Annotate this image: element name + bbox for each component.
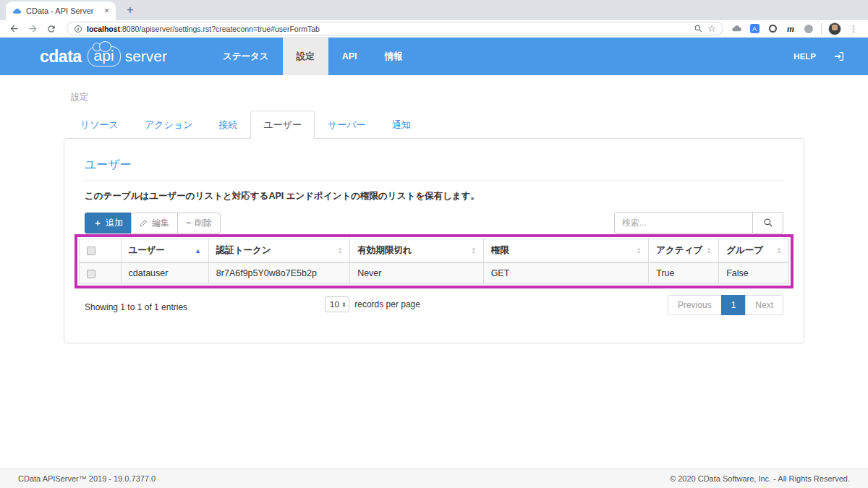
navbar-menu: ステータス 設定 API 情報 <box>209 38 417 75</box>
table-header-row: ユーザー▲ 認証トークン▲▼ 有効期限切れ▲▼ 権限▲▼ アクティブ▲▼ グルー… <box>80 239 789 263</box>
column-header-privileges[interactable]: 権限▲▼ <box>483 239 649 263</box>
pagination: Previous 1 Next <box>668 295 783 315</box>
minus-icon: − <box>186 218 191 228</box>
column-header-authtoken[interactable]: 認証トークン▲▼ <box>208 239 349 263</box>
tab-server[interactable]: サーバー <box>315 111 379 139</box>
column-header-active[interactable]: アクティブ▲▼ <box>649 239 719 263</box>
row-checkbox-cell[interactable] <box>80 262 122 284</box>
footer-version-text: CData APIServer™ 2019 - 19.0.7377.0 <box>18 474 156 483</box>
search-group <box>614 212 783 234</box>
row-checkbox[interactable] <box>87 270 95 278</box>
select-all-checkbox[interactable] <box>87 247 95 255</box>
panel-title: ユーザー <box>85 158 783 173</box>
highlight-annotation-box: ユーザー▲ 認証トークン▲▼ 有効期限切れ▲▼ 権限▲▼ アクティブ▲▼ グルー… <box>75 234 793 288</box>
select-all-cell[interactable] <box>80 239 122 263</box>
nav-item-api[interactable]: API <box>328 38 371 75</box>
tab-close-icon[interactable]: × <box>104 7 109 15</box>
toolbar-divider <box>821 23 822 34</box>
navbar-right: HELP <box>793 38 845 75</box>
search-button[interactable] <box>753 212 783 234</box>
logout-icon[interactable] <box>833 51 845 62</box>
search-input[interactable] <box>614 212 753 234</box>
panel-description: このテーブルはユーザーのリストと対応するAPI エンドポイントの権限のリストを保… <box>85 190 783 202</box>
browser-tab-title: CData - API Server <box>26 7 100 15</box>
new-tab-button[interactable]: + <box>122 1 139 19</box>
back-icon[interactable] <box>6 22 22 36</box>
cell-active: True <box>649 262 719 284</box>
tab-resources[interactable]: リソース <box>67 111 132 139</box>
breadcrumb: 設定 <box>71 91 804 103</box>
m-extension-icon[interactable]: m <box>785 23 796 35</box>
cloud-extension-icon[interactable] <box>731 23 742 35</box>
column-header-expired[interactable]: 有効期限切れ▲▼ <box>350 239 484 263</box>
settings-tabs: リソース アクション 接続 ユーザー サーバー 通知 <box>67 111 804 139</box>
o-extension-icon[interactable] <box>767 23 778 35</box>
app-navbar: cdata api server ステータス 設定 API 情報 HELP <box>0 38 868 75</box>
column-header-user[interactable]: ユーザー▲ <box>121 239 208 263</box>
brand-server-text: server <box>125 48 167 65</box>
cell-expired: Never <box>350 262 484 284</box>
title-divider <box>85 180 783 181</box>
tab-connections[interactable]: 接続 <box>205 111 250 139</box>
sort-icon: ▲▼ <box>707 247 711 254</box>
sort-icon: ▲▼ <box>637 247 641 254</box>
help-link[interactable]: HELP <box>793 52 816 61</box>
forward-icon[interactable] <box>25 22 41 36</box>
url-text: localhost:8080/apiserver/settings.rst?cr… <box>87 25 689 33</box>
page-1-button[interactable]: 1 <box>721 295 746 315</box>
sort-icon: ▲▼ <box>338 247 342 254</box>
table-footer: Showing 1 to 1 of 1 entries 10 ▲▼ record… <box>85 295 783 321</box>
page-content: 設定 リソース アクション 接続 ユーザー サーバー 通知 ユーザー このテーブ… <box>64 91 804 343</box>
translate-extension-icon[interactable]: A <box>749 23 760 35</box>
cell-authtoken: 8r7A6f9p5Y0w8o7E5b2p <box>208 262 349 284</box>
edit-button[interactable]: 編集 <box>131 213 178 234</box>
users-panel: ユーザー このテーブルはユーザーのリストと対応するAPI エンドポイントの権限の… <box>64 138 804 343</box>
plus-icon: ＋ <box>93 217 102 229</box>
profile-avatar[interactable] <box>828 22 841 35</box>
edit-pencil-icon <box>140 218 148 227</box>
cloud-favicon-icon <box>12 7 22 16</box>
brand-cdata-text: cdata <box>40 47 82 67</box>
records-per-page-label: records per page <box>354 299 420 309</box>
showing-entries-text: Showing 1 to 1 of 1 entries <box>85 302 187 312</box>
bookmark-star-icon[interactable]: ☆ <box>707 23 716 34</box>
users-table: ユーザー▲ 認証トークン▲▼ 有効期限切れ▲▼ 権限▲▼ アクティブ▲▼ グルー… <box>79 239 789 284</box>
brand-api-cloud: api <box>88 46 121 67</box>
zoom-indicator-icon[interactable] <box>694 24 703 33</box>
tab-notifications[interactable]: 通知 <box>379 111 424 139</box>
search-icon <box>763 218 773 228</box>
app-footer: CData APIServer™ 2019 - 19.0.7377.0 © 20… <box>0 468 868 488</box>
stepper-arrows-icon: ▲▼ <box>342 301 346 308</box>
browser-menu-icon[interactable]: ⋮ <box>848 23 859 35</box>
brand-logo[interactable]: cdata api server <box>40 38 167 75</box>
browser-tab[interactable]: CData - API Server × <box>6 1 116 20</box>
table-row[interactable]: cdatauser 8r7A6f9p5Y0w8o7E5b2p Never GET… <box>80 262 789 284</box>
tab-actions[interactable]: アクション <box>132 111 206 139</box>
table-toolbar: ＋追加 編集 −削除 <box>85 212 783 234</box>
crud-button-group: ＋追加 編集 −削除 <box>85 213 221 234</box>
cell-user: cdatauser <box>121 262 208 284</box>
cell-privileges: GET <box>483 262 649 284</box>
column-header-group[interactable]: グループ▲▼ <box>719 239 789 263</box>
previous-page-button[interactable]: Previous <box>668 295 722 315</box>
screen: CData - API Server × + localhost:8080/ap… <box>0 0 868 488</box>
reload-icon[interactable] <box>43 22 59 36</box>
globe-extension-icon[interactable] <box>803 23 814 35</box>
add-button[interactable]: ＋追加 <box>85 213 132 234</box>
tab-users[interactable]: ユーザー <box>250 111 315 139</box>
page-size-group: 10 ▲▼ records per page <box>325 296 420 312</box>
sort-icon: ▲▼ <box>472 247 476 254</box>
sort-ascending-icon: ▲ <box>195 247 201 254</box>
page-info-icon[interactable] <box>74 25 82 33</box>
address-bar[interactable]: localhost:8080/apiserver/settings.rst?cr… <box>67 22 723 35</box>
extensions-area: A m ⋮ <box>731 22 862 35</box>
browser-tab-strip: CData - API Server × + <box>0 0 868 20</box>
delete-button[interactable]: −削除 <box>177 213 221 234</box>
nav-item-status[interactable]: ステータス <box>209 38 283 75</box>
page-size-select[interactable]: 10 ▲▼ <box>325 296 349 312</box>
next-page-button[interactable]: Next <box>745 295 783 315</box>
nav-item-info[interactable]: 情報 <box>371 38 417 75</box>
footer-copyright-text: © 2020 CData Software, Inc. - All Rights… <box>670 474 850 483</box>
nav-item-settings[interactable]: 設定 <box>283 38 328 75</box>
cell-group: False <box>719 262 789 284</box>
